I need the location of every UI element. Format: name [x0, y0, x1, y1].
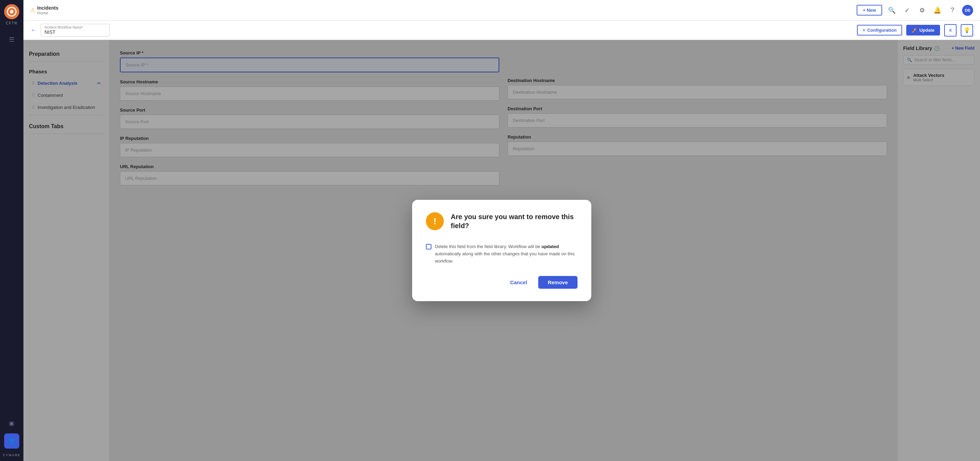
sidebar-logo-inner: [7, 7, 16, 16]
topnav: ⚠ Incidents Home + New 🔍 ✓ ⚙ 🔔 ? DB: [24, 0, 980, 21]
modal-header: ! Are you sure you want to remove this f…: [426, 212, 578, 234]
workflow-name-value: NIST: [45, 29, 106, 35]
update-button[interactable]: 🚀 Update: [906, 25, 940, 35]
sidebar-logo[interactable]: [4, 4, 19, 19]
modal-checkbox[interactable]: [426, 244, 431, 250]
content-area: Preparation Phases ⠿ Detection Analysis …: [24, 40, 980, 461]
remove-button[interactable]: Remove: [538, 276, 578, 289]
cancel-button[interactable]: Cancel: [504, 276, 532, 289]
remove-field-modal: ! Are you sure you want to remove this f…: [412, 200, 591, 301]
sidebar-bottom: ▣ 👤 CYWARE: [3, 415, 20, 457]
modal-body: Delete this field from the field library…: [426, 243, 578, 265]
rocket-icon: 🚀: [912, 27, 917, 33]
configuration-button[interactable]: ≡ Configuration: [857, 25, 902, 35]
sidebar-monitor-icon[interactable]: ▣: [4, 415, 19, 431]
warning-icon: ⚠: [30, 7, 35, 13]
list-icon-button[interactable]: ≡: [944, 24, 956, 37]
new-button[interactable]: + New: [857, 5, 882, 16]
sidebar: CFTR ☰ ▣ 👤 CYWARE: [0, 0, 24, 461]
workflow-name-input[interactable]: Incident Workflow Name* NIST: [41, 24, 110, 37]
config-icon: ≡: [862, 27, 865, 33]
settings-icon[interactable]: ⚙: [916, 5, 928, 16]
avatar[interactable]: DB: [962, 5, 973, 16]
sidebar-user-icon[interactable]: 👤: [4, 434, 19, 448]
lightbulb-icon-button[interactable]: 💡: [961, 24, 973, 37]
search-icon[interactable]: 🔍: [886, 5, 897, 16]
help-icon[interactable]: ?: [947, 5, 958, 16]
breadcrumb-title: Incidents: [37, 5, 58, 11]
breadcrumb: ⚠ Incidents Home: [30, 5, 851, 16]
breadcrumb-subtitle: Home: [37, 11, 58, 16]
back-button[interactable]: ←: [30, 27, 37, 34]
main-container: ⚠ Incidents Home + New 🔍 ✓ ⚙ 🔔 ? DB ← In…: [24, 0, 980, 461]
bell-icon[interactable]: 🔔: [932, 5, 943, 16]
topnav-actions: + New 🔍 ✓ ⚙ 🔔 ? DB: [857, 5, 973, 16]
config-label: Configuration: [867, 27, 897, 33]
modal-warning-icon: !: [426, 212, 444, 230]
modal-title: Are you sure you want to remove this fie…: [451, 212, 578, 230]
modal-body-text: Delete this field from the field library…: [435, 243, 578, 265]
sidebar-cyware-label: CYWARE: [3, 453, 20, 457]
modal-overlay: ! Are you sure you want to remove this f…: [24, 40, 980, 461]
update-label: Update: [920, 27, 934, 33]
modal-header-content: Are you sure you want to remove this fie…: [451, 212, 578, 234]
breadcrumb-titles: Incidents Home: [37, 5, 58, 16]
subnav: ← Incident Workflow Name* NIST ≡ Configu…: [24, 21, 980, 40]
sidebar-brand-label: CFTR: [6, 21, 18, 25]
modal-actions: Cancel Remove: [426, 276, 578, 289]
check-icon[interactable]: ✓: [901, 5, 912, 16]
workflow-name-label: Incident Workflow Name*: [45, 25, 106, 29]
sidebar-item-menu[interactable]: ☰: [4, 32, 19, 47]
